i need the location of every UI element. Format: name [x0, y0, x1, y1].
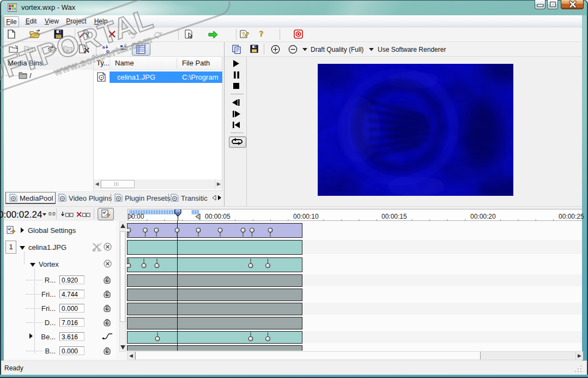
svg-text:?: ?	[259, 29, 264, 38]
svg-text:a: a	[102, 45, 105, 50]
svg-text:D: D	[106, 49, 110, 53]
